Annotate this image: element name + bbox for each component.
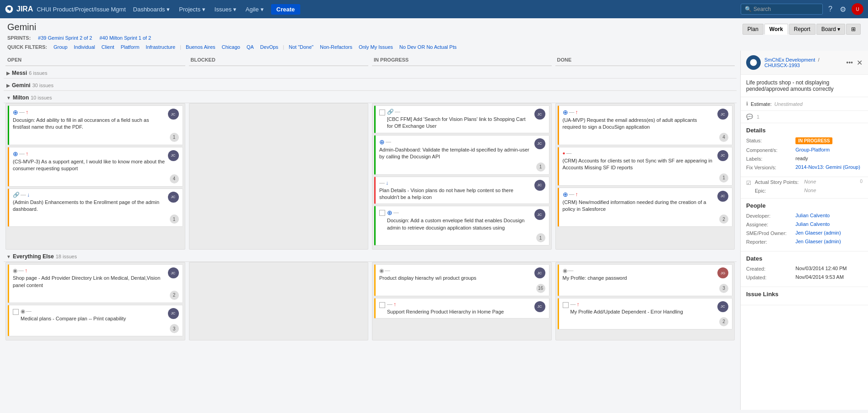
rp-created-row: Created: Nov/03/2014 12:40 PM (746, 266, 863, 272)
toggle-icon: ▼ (6, 254, 11, 259)
card-e1-avatar: JC (168, 267, 179, 278)
swimlane-gemini-header[interactable]: ▶ Gemini 30 issues (4, 80, 737, 91)
qf-platform[interactable]: Platform (119, 43, 141, 51)
sprint2-link[interactable]: #40 Milton Sprint 1 of 2 (99, 35, 151, 41)
swimlane-gemini-count: 30 issues (32, 83, 53, 88)
rp-assignee-value[interactable]: Julian Calvento (795, 221, 863, 227)
right-panel: SmChEx Development / CHUISCX-1993 ••• ✕ … (740, 51, 868, 410)
nav-agile[interactable]: Agile ▾ (242, 4, 267, 15)
rp-close-button[interactable]: ✕ (857, 58, 863, 67)
card-m10[interactable]: ⊕ — ↑ (CRM) New/modified information nee… (558, 188, 733, 227)
qf-no-dev[interactable]: No Dev OR No Actual Pts (397, 43, 458, 51)
settings-icon[interactable]: ⚙ (838, 3, 848, 16)
rp-more-button[interactable]: ••• (846, 59, 853, 66)
dash-text: — (566, 150, 572, 157)
card-e4-avatar: JC (534, 301, 545, 312)
dash-text: — (570, 301, 576, 308)
card-e4-checkbox[interactable] (379, 302, 385, 308)
qf-buenos-aires[interactable]: Buenos Aires (184, 43, 217, 51)
plan-button[interactable]: Plan (743, 24, 763, 35)
swimlane-gemini: ▶ Gemini 30 issues (4, 80, 737, 91)
dash-text: — (379, 180, 385, 186)
card-m4-checkbox[interactable] (379, 110, 385, 115)
nav-project-name[interactable]: CHUI Product/Project/Issue Mgmt (37, 6, 125, 13)
card-m6-title: Plan Details - Vision plans do not have … (379, 187, 533, 201)
card-e6-checkbox[interactable] (563, 302, 569, 308)
search-icon: 🔍 (745, 6, 752, 12)
qf-qa[interactable]: QA (245, 43, 256, 51)
qf-only-my-issues[interactable]: Only My Issues (357, 43, 395, 51)
expand-button[interactable]: ⊞ (846, 24, 861, 35)
rp-issue-id[interactable]: CHUISCX-1993 (764, 63, 800, 68)
nav-dashboards[interactable]: Dashboards ▾ (130, 4, 174, 15)
swimlane-everything-else: ▼ Everything Else 18 issues ◉ — ↑ (4, 251, 737, 340)
rp-dates-section: Dates Created: Nov/03/2014 12:40 PM Upda… (741, 251, 868, 287)
qf-not-done[interactable]: Not "Done" (287, 43, 315, 51)
swimlane-everything-else-name: Everything Else (13, 253, 54, 260)
rp-reporter-value[interactable]: Jen Glaeser (admin) (795, 239, 863, 244)
qf-client[interactable]: Client (99, 43, 116, 51)
report-button[interactable]: Report (789, 24, 816, 35)
card-e6-avatar: JC (717, 301, 728, 312)
card-m6-avatar: JC (534, 180, 545, 191)
qf-individual[interactable]: Individual (72, 43, 97, 51)
nav-projects[interactable]: Projects ▾ (175, 4, 209, 15)
qf-devops[interactable]: DevOps (258, 43, 280, 51)
card-e3[interactable]: ◉ — Product display hierachy w/i product… (374, 264, 549, 296)
nav-logo[interactable]: JIRA (5, 5, 33, 14)
rp-people-section: People Developer: Julian Calvento Assign… (741, 199, 868, 251)
card-e2-count: 3 (170, 324, 179, 333)
qf-group[interactable]: Group (52, 43, 69, 51)
swimlane-messi-header[interactable]: ▶ Messi 6 issues (4, 68, 737, 78)
qf-chicago[interactable]: Chicago (220, 43, 242, 51)
card-m2[interactable]: ⊕ — ↑ (CS-MVP-3) As a support agent, I w… (8, 147, 183, 187)
rp-fix-version-value[interactable]: 2014-Nov13: Gemini (Group) (795, 164, 863, 170)
card-m2-count: 4 (170, 174, 179, 183)
status-badge[interactable]: IN PROGRESS (795, 137, 832, 144)
work-button[interactable]: Work (764, 24, 788, 35)
rp-zero-badge: 0 (860, 179, 863, 184)
swimlane-milton-header[interactable]: ▼ Milton 10 issues (4, 93, 737, 103)
board-button[interactable]: Board ▾ (816, 24, 845, 35)
card-m7-checkbox[interactable] (379, 210, 385, 216)
swimlane-everything-else-header[interactable]: ▼ Everything Else 18 issues (4, 251, 737, 262)
card-e5[interactable]: ◉ — My Profile: change password JG 3 (558, 264, 733, 296)
card-e1[interactable]: ◉ — ↑ Shop page - Add Provider Directory… (8, 264, 183, 303)
card-m9[interactable]: ● — (CRM) Accounts for clients set to no… (558, 147, 733, 186)
user-avatar[interactable]: U (852, 3, 863, 15)
card-e2-checkbox[interactable] (13, 309, 19, 315)
qf-label: QUICK FILTERS: (7, 44, 47, 50)
qf-non-refactors[interactable]: Non-Refactors (318, 43, 354, 51)
create-button[interactable]: Create (271, 4, 300, 15)
card-m7[interactable]: ⊕ — Docusign: Add a custom envelope fiel… (374, 206, 549, 246)
card-e4[interactable]: — ↑ Support Rendering Product Hierarchy … (374, 298, 549, 319)
card-m1[interactable]: ⊕ — ↑ Docusign: Add ability to fill in a… (8, 105, 183, 145)
card-e6[interactable]: — ↑ My Profile Add/Update Dependent - Er… (558, 298, 733, 329)
swimlane-everything-else-row: ◉ — ↑ Shop page - Add Provider Directory… (4, 262, 737, 340)
card-m1-avatar: JC (168, 109, 179, 120)
rp-components-value[interactable]: Group-Platform (795, 147, 863, 152)
card-m4-title: [CBC FFM] Add 'Search for Vision Plans' … (387, 116, 533, 130)
rp-developer-value[interactable]: Julian Calvento (795, 213, 863, 218)
rp-updated-row: Updated: Nov/04/2014 9:53 AM (746, 274, 863, 280)
card-m4[interactable]: 🔗 — [CBC FFM] Add 'Search for Vision Pla… (374, 105, 549, 133)
card-e2[interactable]: ◉ — Medical plans - Compare plan -- Prin… (8, 305, 183, 336)
nav-search[interactable]: 🔍 Search (741, 4, 823, 15)
rp-sme-value[interactable]: Jen Glaeser (admin) (795, 230, 863, 235)
card-m5[interactable]: ⊕ — Admin-Dashboard: Validate the templa… (374, 135, 549, 175)
help-icon[interactable]: ? (826, 3, 834, 15)
card-e5-count: 3 (719, 284, 728, 293)
priority-up-icon: ↑ (393, 301, 396, 308)
card-m8-avatar: JC (717, 109, 728, 120)
sprint1-link[interactable]: #39 Gemini Sprint 2 of 2 (38, 35, 92, 41)
qf-infrastructure[interactable]: Infrastructure (144, 43, 177, 51)
card-m6[interactable]: — ↓ Plan Details - Vision plans do not h… (374, 177, 549, 204)
rp-updated-value: Nov/04/2014 9:53 AM (795, 274, 863, 280)
rp-project-name[interactable]: SmChEx Development (764, 57, 815, 63)
estimate-icon: ℹ (746, 101, 748, 107)
card-m8[interactable]: ⊕ — ↑ (UA-MVP) Request the email address… (558, 105, 733, 145)
card-m5-title: Admin-Dashboard: Validate the template-i… (379, 146, 533, 161)
card-m3[interactable]: 🔗 — ↓ (Admin Dash) Enhancements to the E… (8, 188, 183, 227)
nav-issues[interactable]: Issues ▾ (211, 4, 240, 15)
rp-reporter-row: Reporter: Jen Glaeser (admin) (746, 239, 863, 245)
